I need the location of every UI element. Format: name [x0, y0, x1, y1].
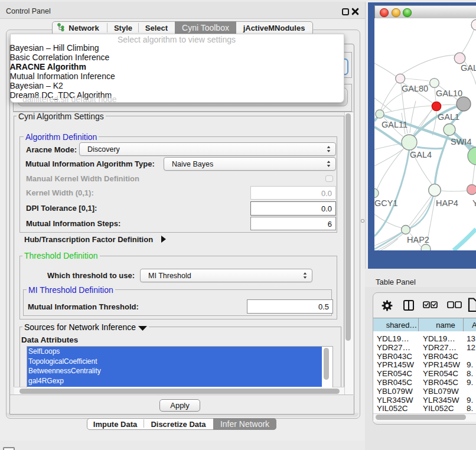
svg-text:GAL10: GAL10 [436, 89, 462, 98]
svg-text:HAP2: HAP2 [407, 235, 429, 244]
svg-text:GAL4: GAL4 [410, 150, 432, 159]
svg-text:GAL1: GAL1 [438, 112, 459, 122]
svg-text:GCY1: GCY1 [374, 198, 398, 208]
svg-text:GAL80: GAL80 [402, 84, 428, 93]
svg-text:HAP4: HAP4 [436, 198, 458, 208]
svg-text:GAL: GAL [461, 63, 476, 73]
svg-text:GAL11: GAL11 [382, 120, 407, 129]
svg-text:SWI4: SWI4 [451, 137, 471, 146]
svg-text:Y: Y [472, 198, 476, 208]
